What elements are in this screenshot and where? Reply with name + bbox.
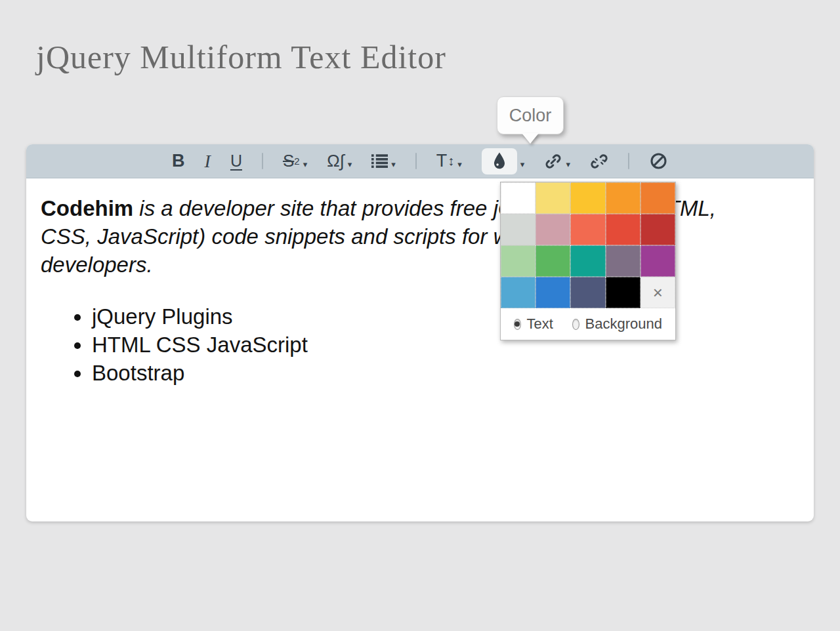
color-dropdown[interactable]: ▾	[482, 148, 525, 174]
toolbar-divider	[628, 153, 629, 169]
unlink-button[interactable]	[590, 152, 608, 171]
color-swatch[interactable]	[640, 182, 675, 214]
list-item: Bootstrap	[92, 359, 799, 387]
color-swatch[interactable]	[536, 214, 570, 245]
font-size-icon: T	[436, 151, 448, 171]
underline-button[interactable]: U	[230, 152, 242, 171]
color-droplet-icon	[491, 152, 508, 171]
omega-integral-icon: Ω∫	[327, 151, 345, 171]
strikethrough-superscript-dropdown[interactable]: S2 ▾	[283, 151, 307, 171]
toolbar-divider	[262, 153, 263, 169]
color-swatch[interactable]	[640, 245, 675, 277]
color-swatch[interactable]	[501, 277, 536, 308]
text-mode-radio[interactable]	[514, 319, 521, 330]
color-swatch[interactable]	[606, 182, 640, 214]
color-swatch[interactable]	[570, 277, 605, 308]
toolbar-divider	[415, 153, 417, 169]
list-dropdown[interactable]: ▾	[371, 153, 396, 169]
list-item: HTML CSS JavaScript	[92, 331, 799, 359]
background-mode-label: Background	[585, 316, 662, 333]
color-swatch[interactable]	[536, 182, 570, 214]
active-button-highlight	[482, 148, 517, 174]
up-down-arrow-icon: ↕	[448, 153, 454, 169]
color-swatch[interactable]	[501, 182, 536, 214]
color-swatch[interactable]	[606, 245, 640, 277]
background-mode-radio[interactable]	[572, 319, 579, 330]
paragraph-line-3: developers.	[41, 251, 799, 279]
tooltip-label: Color	[509, 106, 552, 126]
chevron-down-icon: ▾	[303, 159, 308, 169]
page-title: jQuery Multiform Text Editor	[36, 38, 446, 76]
text-mode-label: Text	[527, 316, 553, 333]
color-swatch[interactable]	[501, 214, 536, 245]
page: jQuery Multiform Text Editor B I U S2 ▾ …	[0, 0, 840, 631]
special-characters-dropdown[interactable]: Ω∫ ▾	[327, 151, 352, 171]
strikethrough-icon: S	[283, 151, 294, 171]
color-swatch[interactable]	[640, 214, 675, 245]
superscript-icon: 2	[294, 156, 299, 166]
cancel-icon	[649, 152, 668, 171]
font-size-dropdown[interactable]: T↕ ▾	[436, 151, 462, 171]
chevron-down-icon: ▾	[348, 159, 352, 169]
list-item: jQuery Plugins	[92, 302, 799, 331]
color-swatch[interactable]	[536, 277, 570, 308]
chevron-down-icon: ▾	[520, 159, 525, 169]
color-swatch[interactable]	[606, 214, 640, 245]
color-swatch[interactable]	[570, 214, 605, 245]
link-dropdown[interactable]: ▾	[544, 152, 570, 171]
bold-button[interactable]: B	[172, 151, 185, 171]
clear-color-swatch[interactable]: ×	[640, 277, 675, 308]
link-icon	[544, 152, 562, 171]
color-swatch[interactable]	[570, 245, 605, 277]
color-grid: ×	[501, 182, 675, 308]
broken-link-icon	[590, 152, 608, 171]
clear-format-button[interactable]	[649, 152, 668, 171]
bulleted-list-icon	[371, 154, 388, 168]
paragraph: Codehim is a developer site that provide…	[41, 194, 799, 279]
color-swatch[interactable]	[501, 245, 536, 277]
bullet-list: jQuery Plugins HTML CSS JavaScript Boots…	[41, 302, 799, 387]
italic-icon: I	[205, 151, 211, 172]
color-picker-popover: × Text Background	[500, 182, 676, 340]
paragraph-bold-lead: Codehim	[41, 196, 133, 220]
color-swatch[interactable]	[606, 277, 640, 308]
paragraph-line-2: CSS, JavaScript) code snippets and scrip…	[41, 222, 799, 251]
chevron-down-icon: ▾	[457, 159, 462, 169]
color-swatch[interactable]	[570, 182, 605, 214]
color-swatch[interactable]	[536, 245, 570, 277]
color-tooltip: Color	[497, 96, 564, 134]
chevron-down-icon: ▾	[391, 159, 396, 169]
underline-icon: U	[230, 152, 242, 171]
editor-toolbar: B I U S2 ▾ Ω∫ ▾	[26, 144, 814, 178]
bold-icon: B	[172, 151, 185, 171]
color-mode-selector: Text Background	[501, 308, 675, 340]
editable-content-area[interactable]: Codehim is a developer site that provide…	[26, 178, 814, 403]
tooltip-arrow-icon	[522, 133, 539, 144]
italic-button[interactable]: I	[205, 151, 211, 172]
chevron-down-icon: ▾	[566, 159, 570, 169]
text-editor: B I U S2 ▾ Ω∫ ▾	[26, 144, 814, 521]
